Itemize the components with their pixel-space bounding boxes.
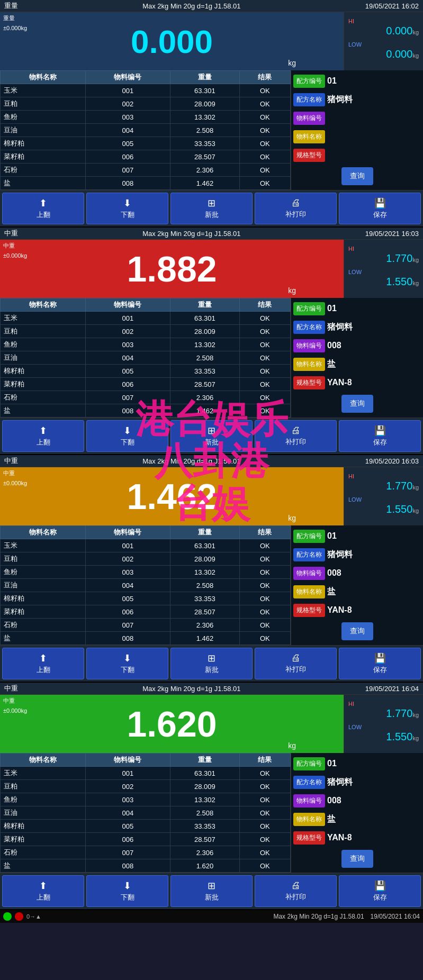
panel-2-query-button[interactable]: 查询 [341,395,373,413]
panel-2-spec-label: 规格型号 [293,376,325,389]
panel-3-hi-value: 1.770 [386,480,412,492]
table-cell: 33.353 [170,365,239,378]
table-cell: OK [239,338,290,351]
table-row: 菜籽粕00628.507OK [1,833,291,846]
panel-4-btn-up[interactable]: ⬆ 上翻 [2,875,84,907]
panel-2-btn-down[interactable]: ⬇ 下翻 [86,420,168,452]
table-cell: OK [239,150,290,164]
panel-1-weight-unit: kg [288,59,296,67]
panel-2-btn-save[interactable]: 💾 保存 [339,420,421,452]
panel-4-query-button[interactable]: 查询 [341,850,373,868]
save-icon: 💾 [374,652,386,664]
table-cell: 28.507 [170,833,239,846]
panel-2-hi-value: 1.770 [386,252,412,265]
panel-1-toolbar: ⬆ 上翻 ⬇ 下翻 ⊞ 新批 🖨 补打印 💾 保存 [0,190,423,226]
panel-3-btn-up-label: 上翻 [37,665,50,675]
panel-1-right-panel: 配方编号 01 配方名称 猪饲料 物料编号 物料名称 规格型号 [291,70,423,190]
table-row: 棉籽粕00533.353OK [1,365,291,378]
panel-1-btn-down[interactable]: ⬇ 下翻 [86,193,168,224]
table-cell: 63.301 [170,84,239,97]
panel-4-spec-value: YAN-8 [327,833,352,842]
table-cell: 33.353 [170,592,239,605]
table-cell: 005 [85,820,170,833]
panel-3-btn-new[interactable]: ⊞ 新批 [170,648,253,679]
panel-2-btn-up-label: 上翻 [37,438,50,447]
panel-2-btn-new[interactable]: ⊞ 新批 [170,420,253,452]
panel-2-hi-unit: kg [412,257,419,263]
panel-4-table: 物料名称 物料编号 重量 结果 玉米00163.301OK豆粕00228.009… [0,753,291,873]
table-cell: 006 [85,605,170,619]
panel-1-table: 物料名称 物料编号 重量 结果 玉米00163.301OK豆粕00228.009… [0,70,291,190]
down-icon: ⬇ [123,880,131,892]
panel-1-left-content: 物料名称 物料编号 重量 结果 玉米00163.301OK豆粕00228.009… [0,70,291,190]
panel-3-btn-up[interactable]: ⬆ 上翻 [2,648,84,679]
table-cell: 003 [85,566,170,579]
panel-1-btn-print[interactable]: 🖨 补打印 [255,193,337,224]
panel-3-spec-value: YAN-8 [327,605,352,615]
panel-3-weight-area: 中重 ±0.000kg 1.462 kg HI 1.770 kg LOW 1.5… [0,467,423,525]
panel-1-query-button[interactable]: 查询 [341,167,373,185]
table-cell: 13.302 [170,566,239,579]
table-cell: 盐 [1,404,86,418]
panel-2-weight-unit: kg [288,286,296,295]
panel-4-btn-print[interactable]: 🖨 补打印 [255,875,337,907]
panel-4-btn-down[interactable]: ⬇ 下翻 [86,875,168,907]
panel-3-table: 物料名称 物料编号 重量 结果 玉米00163.301OK豆粕00228.009… [0,525,291,645]
table-row: 豆粕00228.009OK [1,780,291,793]
bottom-left-label: 0→▲ [26,913,41,920]
table-cell: 006 [85,150,170,164]
table-row: 豆粕00228.009OK [1,97,291,111]
panel-3-topbar-right: 19/05/2020 16:03 [365,457,419,465]
panel-3-btn-print[interactable]: 🖨 补打印 [255,648,337,679]
down-icon: ⬇ [123,425,131,437]
col-header-code: 物料编号 [85,754,170,767]
table-row: 豆粕00228.009OK [1,325,291,338]
table-cell: 001 [85,312,170,325]
panel-1-btn-save[interactable]: 💾 保存 [339,193,421,224]
print-icon: 🖨 [291,197,301,208]
panel-3-btn-down[interactable]: ⬇ 下翻 [86,648,168,679]
panel-3-topbar-center: Max 2kg Min 20g d=1g J1.58.01 [142,457,240,465]
panel-4-weight-main: 中重 ±0.000kg 1.620 kg [0,695,344,753]
table-cell: 鱼粉 [1,111,86,124]
table-row: 豆油0042.508OK [1,351,291,365]
table-cell: 28.507 [170,605,239,619]
panel-2-table: 物料名称 物料编号 重量 结果 玉米00163.301OK豆粕00228.009… [0,298,291,418]
table-cell: OK [239,806,290,820]
table-cell: 004 [85,806,170,820]
table-cell: 28.507 [170,378,239,391]
col-header-result: 结果 [239,526,290,539]
table-cell: 玉米 [1,84,86,97]
table-cell: 008 [85,404,170,418]
panel-1-material-name-label: 物料名称 [293,130,325,143]
panel-1-low-value: 0.000 [386,48,412,60]
panel-4-main-content: 物料名称 物料编号 重量 结果 玉米00163.301OK豆粕00228.009… [0,753,423,873]
panel-3-main-content: 物料名称 物料编号 重量 结果 玉米00163.301OK豆粕00228.009… [0,525,423,645]
table-row: 豆油0042.508OK [1,806,291,820]
table-row: 盐0081.620OK [1,859,291,873]
table-cell: 004 [85,351,170,365]
table-cell: OK [239,164,290,177]
table-cell: 2.508 [170,351,239,365]
panel-3-zero-label: ±0.000kg [3,480,27,486]
panel-3-btn-save[interactable]: 💾 保存 [339,648,421,679]
panel-4-toolbar: ⬆ 上翻 ⬇ 下翻 ⊞ 新批 🖨 补打印 💾 保存 [0,873,423,909]
panel-4-btn-save[interactable]: 💾 保存 [339,875,421,907]
panel-2-recipe-name-row: 配方名称 猪饲料 [293,319,421,335]
table-cell: 豆粕 [1,780,86,793]
table-row: 鱼粉00313.302OK [1,338,291,351]
panel-2-recipe-no-row: 配方编号 01 [293,300,421,317]
table-row: 菜籽粕00628.507OK [1,378,291,391]
panel-1-btn-save-label: 保存 [373,210,387,220]
col-header-name: 物料名称 [1,526,86,539]
panel-3-query-button[interactable]: 查询 [341,622,373,640]
panel-1-btn-up[interactable]: ⬆ 上翻 [2,193,84,224]
panel-2-material-no-label: 物料编号 [293,339,325,352]
panel-4-btn-new[interactable]: ⊞ 新批 [170,875,253,907]
table-row: 菜籽粕00628.507OK [1,150,291,164]
table-cell: 001 [85,84,170,97]
panel-3-material-name-value: 盐 [327,586,336,597]
panel-1-btn-new[interactable]: ⊞ 新批 [170,193,253,224]
panel-2-btn-print[interactable]: 🖨 补打印 [255,420,337,452]
panel-2-btn-up[interactable]: ⬆ 上翻 [2,420,84,452]
